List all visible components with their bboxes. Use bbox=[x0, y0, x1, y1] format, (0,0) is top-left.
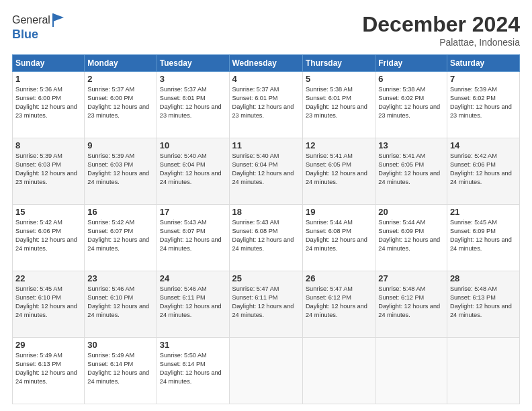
calendar-cell: 18Sunrise: 5:43 AMSunset: 6:08 PMDayligh… bbox=[229, 205, 302, 271]
day-info: Sunrise: 5:39 AMSunset: 6:03 PMDaylight:… bbox=[15, 152, 81, 187]
day-info: Sunrise: 5:37 AMSunset: 6:01 PMDaylight:… bbox=[160, 85, 226, 120]
day-number: 14 bbox=[450, 140, 517, 150]
day-number: 19 bbox=[306, 207, 372, 217]
svg-marker-0 bbox=[53, 13, 64, 21]
day-info: Sunrise: 5:36 AMSunset: 6:00 PMDaylight:… bbox=[15, 85, 81, 120]
calendar-cell: 26Sunrise: 5:47 AMSunset: 6:12 PMDayligh… bbox=[302, 271, 375, 338]
day-header-monday: Monday bbox=[85, 55, 157, 72]
calendar-cell bbox=[229, 338, 302, 404]
day-number: 9 bbox=[87, 140, 153, 150]
day-number: 8 bbox=[15, 140, 81, 150]
calendar-cell: 19Sunrise: 5:44 AMSunset: 6:08 PMDayligh… bbox=[302, 205, 375, 271]
day-number: 16 bbox=[87, 207, 153, 217]
calendar-table: SundayMondayTuesdayWednesdayThursdayFrid… bbox=[12, 54, 520, 404]
day-info: Sunrise: 5:41 AMSunset: 6:05 PMDaylight:… bbox=[378, 152, 444, 187]
calendar-cell: 15Sunrise: 5:42 AMSunset: 6:06 PMDayligh… bbox=[13, 205, 85, 271]
day-number: 25 bbox=[232, 273, 300, 283]
day-number: 6 bbox=[378, 74, 444, 84]
calendar-cell: 9Sunrise: 5:39 AMSunset: 6:03 PMDaylight… bbox=[85, 138, 157, 205]
day-header-friday: Friday bbox=[375, 55, 447, 72]
calendar-cell: 28Sunrise: 5:48 AMSunset: 6:13 PMDayligh… bbox=[447, 271, 519, 338]
calendar-cell bbox=[447, 338, 519, 404]
day-number: 30 bbox=[87, 340, 153, 350]
day-header-wednesday: Wednesday bbox=[229, 55, 302, 72]
calendar-cell: 23Sunrise: 5:46 AMSunset: 6:10 PMDayligh… bbox=[85, 271, 157, 338]
calendar-cell: 1Sunrise: 5:36 AMSunset: 6:00 PMDaylight… bbox=[13, 72, 85, 138]
calendar-cell: 29Sunrise: 5:49 AMSunset: 6:13 PMDayligh… bbox=[13, 338, 85, 404]
day-info: Sunrise: 5:39 AMSunset: 6:02 PMDaylight:… bbox=[450, 85, 517, 120]
day-info: Sunrise: 5:45 AMSunset: 6:09 PMDaylight:… bbox=[450, 218, 517, 253]
day-info: Sunrise: 5:47 AMSunset: 6:11 PMDaylight:… bbox=[232, 285, 300, 320]
day-number: 24 bbox=[160, 273, 226, 283]
day-info: Sunrise: 5:37 AMSunset: 6:00 PMDaylight:… bbox=[87, 85, 153, 120]
day-number: 23 bbox=[87, 273, 153, 283]
day-info: Sunrise: 5:43 AMSunset: 6:07 PMDaylight:… bbox=[160, 218, 226, 253]
day-number: 17 bbox=[160, 207, 226, 217]
day-info: Sunrise: 5:38 AMSunset: 6:01 PMDaylight:… bbox=[306, 85, 372, 120]
day-info: Sunrise: 5:48 AMSunset: 6:13 PMDaylight:… bbox=[450, 285, 517, 320]
calendar-cell: 20Sunrise: 5:44 AMSunset: 6:09 PMDayligh… bbox=[375, 205, 447, 271]
day-number: 7 bbox=[450, 74, 517, 84]
calendar-cell bbox=[302, 338, 375, 404]
calendar-cell: 5Sunrise: 5:38 AMSunset: 6:01 PMDaylight… bbox=[302, 72, 375, 138]
day-info: Sunrise: 5:47 AMSunset: 6:12 PMDaylight:… bbox=[306, 285, 372, 320]
day-number: 26 bbox=[306, 273, 372, 283]
day-number: 10 bbox=[160, 140, 226, 150]
calendar-cell: 11Sunrise: 5:40 AMSunset: 6:04 PMDayligh… bbox=[229, 138, 302, 205]
day-number: 13 bbox=[378, 140, 444, 150]
day-number: 29 bbox=[15, 340, 81, 350]
day-info: Sunrise: 5:42 AMSunset: 6:06 PMDaylight:… bbox=[15, 218, 81, 253]
day-info: Sunrise: 5:43 AMSunset: 6:08 PMDaylight:… bbox=[232, 218, 300, 253]
calendar-cell: 25Sunrise: 5:47 AMSunset: 6:11 PMDayligh… bbox=[229, 271, 302, 338]
calendar-cell: 7Sunrise: 5:39 AMSunset: 6:02 PMDaylight… bbox=[447, 72, 519, 138]
logo: General Blue bbox=[12, 12, 65, 41]
calendar-cell: 6Sunrise: 5:38 AMSunset: 6:02 PMDaylight… bbox=[375, 72, 447, 138]
day-header-tuesday: Tuesday bbox=[157, 55, 229, 72]
calendar-cell: 13Sunrise: 5:41 AMSunset: 6:05 PMDayligh… bbox=[375, 138, 447, 205]
calendar-cell: 14Sunrise: 5:42 AMSunset: 6:06 PMDayligh… bbox=[447, 138, 519, 205]
calendar-cell: 16Sunrise: 5:42 AMSunset: 6:07 PMDayligh… bbox=[85, 205, 157, 271]
day-number: 2 bbox=[87, 74, 153, 84]
calendar-cell bbox=[375, 338, 447, 404]
day-info: Sunrise: 5:40 AMSunset: 6:04 PMDaylight:… bbox=[232, 152, 300, 187]
day-info: Sunrise: 5:42 AMSunset: 6:06 PMDaylight:… bbox=[450, 152, 517, 187]
title-block: December 2024 Palattae, Indonesia bbox=[362, 12, 520, 48]
calendar-cell: 24Sunrise: 5:46 AMSunset: 6:11 PMDayligh… bbox=[157, 271, 229, 338]
calendar-cell: 22Sunrise: 5:45 AMSunset: 6:10 PMDayligh… bbox=[13, 271, 85, 338]
header: General Blue December 2024 Palattae, Ind… bbox=[12, 12, 520, 48]
calendar-cell: 8Sunrise: 5:39 AMSunset: 6:03 PMDaylight… bbox=[13, 138, 85, 205]
day-number: 18 bbox=[232, 207, 300, 217]
day-info: Sunrise: 5:49 AMSunset: 6:14 PMDaylight:… bbox=[87, 351, 153, 386]
day-number: 1 bbox=[15, 74, 81, 84]
day-info: Sunrise: 5:41 AMSunset: 6:05 PMDaylight:… bbox=[306, 152, 372, 187]
day-number: 28 bbox=[450, 273, 517, 283]
day-number: 11 bbox=[232, 140, 300, 150]
day-number: 12 bbox=[306, 140, 372, 150]
day-number: 31 bbox=[160, 340, 226, 350]
calendar-cell: 3Sunrise: 5:37 AMSunset: 6:01 PMDaylight… bbox=[157, 72, 229, 138]
day-info: Sunrise: 5:49 AMSunset: 6:13 PMDaylight:… bbox=[15, 351, 81, 386]
logo-blue-text: Blue bbox=[12, 28, 65, 41]
day-info: Sunrise: 5:44 AMSunset: 6:09 PMDaylight:… bbox=[378, 218, 444, 253]
day-number: 15 bbox=[15, 207, 81, 217]
day-number: 20 bbox=[378, 207, 444, 217]
day-info: Sunrise: 5:44 AMSunset: 6:08 PMDaylight:… bbox=[306, 218, 372, 253]
day-info: Sunrise: 5:40 AMSunset: 6:04 PMDaylight:… bbox=[160, 152, 226, 187]
day-number: 4 bbox=[232, 74, 300, 84]
logo-flag-icon bbox=[52, 12, 65, 28]
day-number: 21 bbox=[450, 207, 517, 217]
calendar-cell: 27Sunrise: 5:48 AMSunset: 6:12 PMDayligh… bbox=[375, 271, 447, 338]
day-info: Sunrise: 5:46 AMSunset: 6:11 PMDaylight:… bbox=[160, 285, 226, 320]
day-info: Sunrise: 5:45 AMSunset: 6:10 PMDaylight:… bbox=[15, 285, 81, 320]
logo-general-text: General bbox=[12, 15, 50, 26]
day-info: Sunrise: 5:48 AMSunset: 6:12 PMDaylight:… bbox=[378, 285, 444, 320]
day-header-sunday: Sunday bbox=[13, 55, 85, 72]
day-number: 3 bbox=[160, 74, 226, 84]
day-number: 5 bbox=[306, 74, 372, 84]
day-info: Sunrise: 5:50 AMSunset: 6:14 PMDaylight:… bbox=[160, 351, 226, 386]
page: General Blue December 2024 Palattae, Ind… bbox=[0, 0, 532, 411]
day-info: Sunrise: 5:42 AMSunset: 6:07 PMDaylight:… bbox=[87, 218, 153, 253]
calendar-cell: 21Sunrise: 5:45 AMSunset: 6:09 PMDayligh… bbox=[447, 205, 519, 271]
calendar-cell: 12Sunrise: 5:41 AMSunset: 6:05 PMDayligh… bbox=[302, 138, 375, 205]
calendar-cell: 2Sunrise: 5:37 AMSunset: 6:00 PMDaylight… bbox=[85, 72, 157, 138]
